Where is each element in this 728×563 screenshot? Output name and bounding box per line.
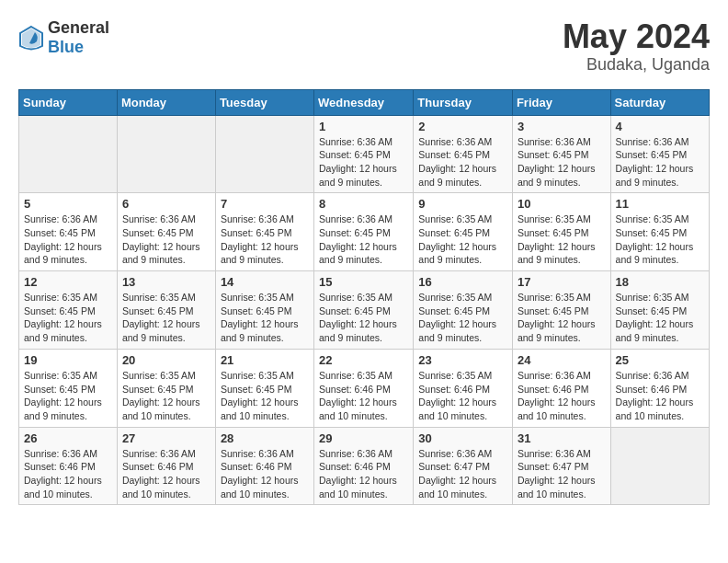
day-info: Sunrise: 6:36 AMSunset: 6:45 PMDaylight:… [122,213,210,267]
day-number: 22 [319,353,408,367]
day-cell: 22Sunrise: 6:35 AMSunset: 6:46 PMDayligh… [314,349,414,427]
day-cell: 24Sunrise: 6:36 AMSunset: 6:46 PMDayligh… [512,349,610,427]
day-number: 15 [319,275,408,289]
calendar-header-row: SundayMondayTuesdayWednesdayThursdayFrid… [19,89,710,115]
day-number: 21 [221,353,309,367]
week-row-2: 5Sunrise: 6:36 AMSunset: 6:45 PMDaylight… [19,193,710,271]
day-info: Sunrise: 6:35 AMSunset: 6:45 PMDaylight:… [518,291,606,345]
day-number: 7 [221,197,309,211]
day-cell: 16Sunrise: 6:35 AMSunset: 6:45 PMDayligh… [414,271,513,350]
day-info: Sunrise: 6:35 AMSunset: 6:45 PMDaylight:… [616,291,704,345]
day-cell: 4Sunrise: 6:36 AMSunset: 6:45 PMDaylight… [610,115,709,193]
day-info: Sunrise: 6:36 AMSunset: 6:45 PMDaylight:… [319,135,408,190]
day-cell: 1Sunrise: 6:36 AMSunset: 6:45 PMDaylight… [314,115,414,193]
day-info: Sunrise: 6:36 AMSunset: 6:46 PMDaylight:… [122,447,210,501]
day-info: Sunrise: 6:35 AMSunset: 6:45 PMDaylight:… [319,291,408,345]
day-number: 31 [518,431,606,445]
day-info: Sunrise: 6:36 AMSunset: 6:46 PMDaylight:… [319,447,408,501]
day-info: Sunrise: 6:35 AMSunset: 6:45 PMDaylight:… [418,213,507,267]
day-cell [117,115,215,193]
day-number: 24 [518,353,606,367]
day-number: 12 [24,275,112,289]
header-saturday: Saturday [610,89,709,115]
day-cell: 15Sunrise: 6:35 AMSunset: 6:45 PMDayligh… [314,271,414,350]
logo-general: General [48,18,109,37]
day-cell: 11Sunrise: 6:35 AMSunset: 6:45 PMDayligh… [610,193,709,271]
day-cell: 7Sunrise: 6:36 AMSunset: 6:45 PMDaylight… [215,193,313,271]
day-cell: 29Sunrise: 6:36 AMSunset: 6:46 PMDayligh… [314,427,414,505]
day-cell [610,427,709,505]
day-number: 4 [616,120,704,133]
day-info: Sunrise: 6:35 AMSunset: 6:45 PMDaylight:… [221,369,309,423]
day-cell: 31Sunrise: 6:36 AMSunset: 6:47 PMDayligh… [512,427,610,505]
day-cell: 25Sunrise: 6:36 AMSunset: 6:46 PMDayligh… [610,349,709,427]
logo-icon [18,25,44,51]
day-info: Sunrise: 6:36 AMSunset: 6:45 PMDaylight:… [518,135,606,190]
day-cell: 14Sunrise: 6:35 AMSunset: 6:45 PMDayligh… [215,271,313,350]
day-info: Sunrise: 6:36 AMSunset: 6:46 PMDaylight:… [221,447,309,501]
day-info: Sunrise: 6:36 AMSunset: 6:45 PMDaylight:… [616,135,704,190]
day-info: Sunrise: 6:35 AMSunset: 6:45 PMDaylight:… [122,291,210,345]
day-number: 11 [616,197,704,211]
day-number: 27 [122,431,210,445]
day-cell: 27Sunrise: 6:36 AMSunset: 6:46 PMDayligh… [117,427,215,505]
day-cell: 20Sunrise: 6:35 AMSunset: 6:45 PMDayligh… [117,349,215,427]
day-info: Sunrise: 6:36 AMSunset: 6:45 PMDaylight:… [24,213,112,267]
day-info: Sunrise: 6:36 AMSunset: 6:46 PMDaylight:… [24,447,112,501]
day-number: 9 [418,197,507,211]
day-number: 20 [122,353,210,367]
week-row-3: 12Sunrise: 6:35 AMSunset: 6:45 PMDayligh… [19,271,710,350]
day-number: 29 [319,431,408,445]
day-number: 26 [24,431,112,445]
day-info: Sunrise: 6:35 AMSunset: 6:45 PMDaylight:… [518,213,606,267]
day-cell: 30Sunrise: 6:36 AMSunset: 6:47 PMDayligh… [414,427,513,505]
day-info: Sunrise: 6:35 AMSunset: 6:45 PMDaylight:… [616,213,704,267]
day-number: 14 [221,275,309,289]
title-block: May 2024 Budaka, Uganda [563,18,710,75]
logo-text: General Blue [48,18,109,57]
calendar-table: SundayMondayTuesdayWednesdayThursdayFrid… [18,89,710,506]
week-row-5: 26Sunrise: 6:36 AMSunset: 6:46 PMDayligh… [19,427,710,505]
day-number: 3 [518,120,606,133]
day-info: Sunrise: 6:35 AMSunset: 6:45 PMDaylight:… [418,291,507,345]
day-info: Sunrise: 6:36 AMSunset: 6:46 PMDaylight:… [518,369,606,423]
day-number: 13 [122,275,210,289]
day-info: Sunrise: 6:36 AMSunset: 6:47 PMDaylight:… [418,447,507,501]
header-sunday: Sunday [19,89,118,115]
day-cell: 23Sunrise: 6:35 AMSunset: 6:46 PMDayligh… [414,349,513,427]
day-number: 2 [418,120,507,133]
day-number: 10 [518,197,606,211]
day-cell: 28Sunrise: 6:36 AMSunset: 6:46 PMDayligh… [215,427,313,505]
day-info: Sunrise: 6:36 AMSunset: 6:47 PMDaylight:… [518,447,606,501]
day-info: Sunrise: 6:35 AMSunset: 6:45 PMDaylight:… [122,369,210,423]
logo: General Blue [18,18,109,57]
day-cell: 3Sunrise: 6:36 AMSunset: 6:45 PMDaylight… [512,115,610,193]
day-cell: 26Sunrise: 6:36 AMSunset: 6:46 PMDayligh… [19,427,118,505]
day-number: 19 [24,353,112,367]
day-number: 16 [418,275,507,289]
day-cell: 21Sunrise: 6:35 AMSunset: 6:45 PMDayligh… [215,349,313,427]
day-cell: 2Sunrise: 6:36 AMSunset: 6:45 PMDaylight… [414,115,513,193]
day-cell [215,115,313,193]
day-cell: 10Sunrise: 6:35 AMSunset: 6:45 PMDayligh… [512,193,610,271]
location-subtitle: Budaka, Uganda [563,55,710,75]
header-friday: Friday [512,89,610,115]
day-number: 8 [319,197,408,211]
day-number: 17 [518,275,606,289]
day-info: Sunrise: 6:35 AMSunset: 6:45 PMDaylight:… [24,291,112,345]
day-info: Sunrise: 6:36 AMSunset: 6:45 PMDaylight:… [418,135,507,190]
day-info: Sunrise: 6:35 AMSunset: 6:46 PMDaylight:… [418,369,507,423]
day-cell: 5Sunrise: 6:36 AMSunset: 6:45 PMDaylight… [19,193,118,271]
day-cell: 6Sunrise: 6:36 AMSunset: 6:45 PMDaylight… [117,193,215,271]
logo-blue: Blue [48,38,84,56]
day-number: 18 [616,275,704,289]
header-monday: Monday [117,89,215,115]
day-number: 23 [418,353,507,367]
week-row-4: 19Sunrise: 6:35 AMSunset: 6:45 PMDayligh… [19,349,710,427]
month-year-title: May 2024 [563,18,710,55]
day-info: Sunrise: 6:36 AMSunset: 6:45 PMDaylight:… [221,213,309,267]
day-info: Sunrise: 6:35 AMSunset: 6:45 PMDaylight:… [221,291,309,345]
day-cell: 13Sunrise: 6:35 AMSunset: 6:45 PMDayligh… [117,271,215,350]
day-number: 28 [221,431,309,445]
day-cell: 12Sunrise: 6:35 AMSunset: 6:45 PMDayligh… [19,271,118,350]
